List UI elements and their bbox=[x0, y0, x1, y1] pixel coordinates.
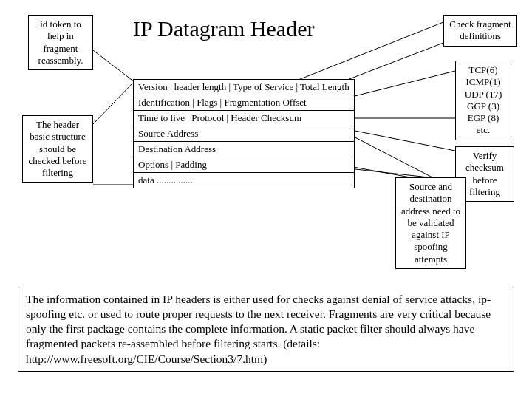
header-row-data: data ................ bbox=[133, 172, 355, 188]
header-row-identification: Identification | Flags | Fragmentation O… bbox=[133, 95, 355, 110]
annotation-src-dst: Source and destination address need to b… bbox=[395, 177, 466, 269]
header-row-options: Options | Padding bbox=[133, 157, 355, 172]
header-row-ttl: Time to live | Protocol | Header Checksu… bbox=[133, 110, 355, 126]
svg-line-5 bbox=[355, 71, 455, 96]
description-paragraph: The information contained in IP headers … bbox=[18, 287, 514, 372]
header-row-source: Source Address bbox=[133, 126, 355, 141]
ip-header-table: Version | header length | Type of Servic… bbox=[133, 79, 355, 188]
annotation-header-basic: The header basic structure should be che… bbox=[22, 115, 93, 183]
header-row-destination: Destination Address bbox=[133, 141, 355, 157]
svg-line-1 bbox=[93, 83, 133, 124]
diagram-title: IP Datagram Header bbox=[133, 16, 314, 41]
annotation-protocols: TCP(6) ICMP(1) UDP (17) GGP (3) EGP (8) … bbox=[455, 61, 511, 140]
annotation-id-token: id token to help in fragment reassembly. bbox=[28, 15, 93, 70]
header-row-version: Version | header length | Type of Servic… bbox=[133, 79, 355, 95]
annotation-check-fragment: Check fragment definitions bbox=[443, 15, 517, 47]
